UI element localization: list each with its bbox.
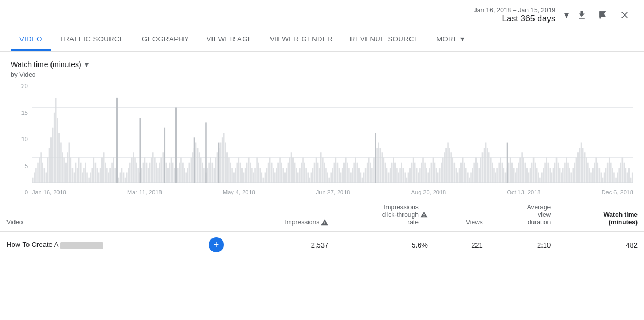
chart-container: 0 5 10 15 20 Jan 16, 2018 Mar 11, 2018 M…	[32, 83, 633, 195]
date-range: Jan 16, 2018 – Jan 15, 2019 Last 365 day…	[474, 6, 555, 24]
add-row-button[interactable]: +	[209, 237, 224, 252]
x-label-dec6: Dec 6, 2018	[602, 189, 633, 195]
svg-rect-10	[507, 143, 508, 183]
tab-viewer-gender[interactable]: VIEWER GENDER	[261, 28, 341, 51]
cell-ctr: 5.6%	[335, 232, 434, 258]
cell-video-title: How To Create A	[0, 232, 202, 258]
chart-x-axis: Jan 16, 2018 Mar 11, 2018 May 4, 2018 Ju…	[32, 189, 633, 195]
cell-impressions: 2,537	[230, 232, 335, 258]
chart-y-axis: 0 5 10 15 20	[11, 83, 28, 195]
cell-views: 221	[434, 232, 489, 258]
cell-add: +	[202, 232, 230, 258]
table-section: Video Impressions Impressionsclick-throu…	[0, 198, 644, 258]
svg-rect-6	[194, 137, 195, 183]
col-header-views: Views	[434, 198, 489, 232]
svg-rect-2	[116, 98, 118, 183]
blurred-video-title	[60, 242, 103, 249]
metric-chevron-icon[interactable]: ▾	[85, 60, 89, 69]
x-label-may4: May 4, 2018	[223, 189, 255, 195]
y-label-10: 10	[11, 136, 28, 142]
svg-rect-4	[164, 128, 165, 183]
tab-video[interactable]: VIDEO	[11, 28, 51, 51]
x-label-oct13: Oct 13, 2018	[507, 189, 540, 195]
close-icon	[619, 10, 630, 20]
col-header-ctr: Impressionsclick-throughrate	[335, 198, 434, 232]
svg-rect-7	[205, 122, 207, 183]
tab-geography[interactable]: GEOGRAPHY	[133, 28, 197, 51]
table-row: How To Create A + 2,537 5.6% 221 2:10 48…	[0, 232, 644, 258]
svg-rect-8	[218, 143, 220, 183]
col-header-add	[202, 198, 230, 232]
tab-traffic-source[interactable]: TRAFFIC SOURCE	[51, 28, 133, 51]
svg-rect-3	[139, 118, 141, 183]
flag-button[interactable]	[595, 6, 612, 24]
top-bar: Jan 16, 2018 – Jan 15, 2019 Last 365 day…	[0, 0, 644, 28]
col-header-watch-time: Watch time(minutes)	[557, 198, 644, 232]
close-button[interactable]	[616, 6, 633, 24]
cell-watch-time: 482	[557, 232, 644, 258]
download-icon	[576, 10, 587, 20]
x-label-aug20: Aug 20, 2018	[411, 189, 446, 195]
svg-rect-5	[175, 108, 177, 183]
x-label-jan16: Jan 16, 2018	[32, 189, 67, 195]
y-label-5: 5	[11, 163, 28, 169]
download-button[interactable]	[573, 6, 590, 24]
col-header-impressions: Impressions	[230, 198, 335, 232]
y-label-15: 15	[11, 110, 28, 116]
data-table: Video Impressions Impressionsclick-throu…	[0, 198, 644, 258]
more-chevron-icon: ▾	[460, 34, 465, 43]
svg-rect-9	[375, 133, 376, 183]
y-label-20: 20	[11, 83, 28, 89]
metric-title: Watch time (minutes)	[11, 60, 82, 69]
tab-more[interactable]: MORE ▾	[428, 28, 473, 51]
tab-revenue-source[interactable]: REVENUE SOURCE	[341, 28, 428, 51]
col-header-video: Video	[0, 198, 202, 232]
chart-section: Watch time (minutes) ▾ by Video 0 5 10 1…	[0, 52, 644, 195]
col-header-avg-view-duration: Averageviewduration	[489, 198, 557, 232]
flag-icon	[598, 10, 609, 20]
date-range-label: Jan 16, 2018 – Jan 15, 2019	[474, 6, 555, 14]
days-label: Last 365 days	[474, 14, 555, 24]
date-range-chevron-icon[interactable]: ▾	[564, 9, 569, 21]
metric-selector: Watch time (minutes) ▾	[11, 60, 633, 69]
chart-bars-svg	[32, 83, 633, 183]
tabs-bar: VIDEO TRAFFIC SOURCE GEOGRAPHY VIEWER AG…	[0, 28, 644, 52]
tab-viewer-age[interactable]: VIEWER AGE	[197, 28, 261, 51]
ctr-warning-icon	[420, 211, 428, 219]
x-label-mar11: Mar 11, 2018	[127, 189, 162, 195]
x-label-jun27: Jun 27, 2018	[316, 189, 350, 195]
impressions-warning-icon	[321, 219, 328, 226]
cell-avg-view-duration: 2:10	[489, 232, 557, 258]
table-header-row: Video Impressions Impressionsclick-throu…	[0, 198, 644, 232]
metric-subtitle: by Video	[11, 71, 633, 78]
y-label-0: 0	[11, 189, 28, 195]
